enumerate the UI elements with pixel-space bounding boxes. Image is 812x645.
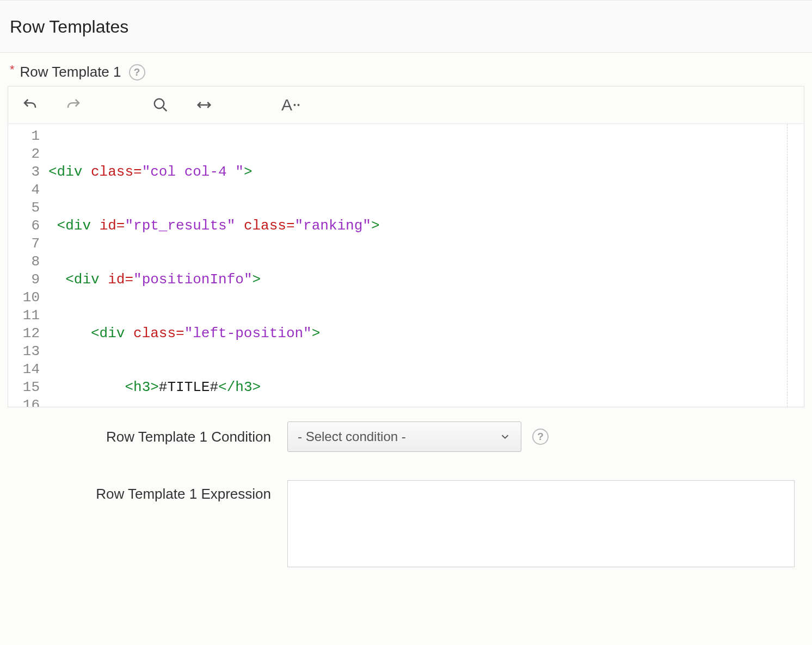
code-area[interactable]: <div class="col col-4 "> <div id="rpt_re…	[46, 124, 788, 407]
required-indicator: *	[10, 64, 15, 76]
line-number: 15	[8, 379, 40, 396]
font-settings-button[interactable]: A••	[280, 94, 302, 116]
expression-label: Row Template 1 Expression	[10, 480, 287, 503]
editor-toolbar: A••	[8, 86, 804, 124]
expression-row: Row Template 1 Expression	[0, 466, 812, 581]
code-line: <h3>#TITLE#</h3>	[48, 379, 787, 396]
line-number: 8	[8, 253, 40, 271]
code-line: <div id="positionInfo">	[48, 271, 787, 289]
condition-select[interactable]: - Select condition -	[287, 421, 521, 452]
section-title: Row Templates	[10, 17, 802, 37]
field-label-wrap: * Row Template 1 ?	[10, 64, 145, 80]
expression-textarea[interactable]	[287, 480, 795, 567]
help-icon[interactable]: ?	[532, 429, 549, 445]
line-number: 6	[8, 217, 40, 235]
line-number: 10	[8, 289, 40, 307]
line-number: 16	[8, 396, 40, 407]
field-label: Row Template 1	[20, 64, 121, 80]
redo-button[interactable]	[63, 94, 84, 116]
svg-point-0	[155, 99, 164, 109]
line-number: 11	[8, 307, 40, 325]
line-number: 9	[8, 271, 40, 289]
line-gutter: 1 2 3 4 5 6 7 8 9 10 11 12 13 14 15 16	[8, 124, 46, 407]
line-number: 7	[8, 235, 40, 253]
line-number: 1	[8, 127, 40, 145]
condition-select-value: - Select condition -	[298, 429, 406, 444]
field-row-template1: * Row Template 1 ?	[0, 53, 812, 86]
condition-label: Row Template 1 Condition	[10, 429, 287, 445]
undo-button[interactable]	[19, 94, 41, 116]
line-number: 5	[8, 199, 40, 217]
expand-horizontal-button[interactable]	[193, 94, 215, 116]
code-editor-wrap: A•• 1 2 3 4 5 6 7 8 9 10 11 12 13 14 15 …	[8, 86, 804, 407]
code-editor[interactable]: 1 2 3 4 5 6 7 8 9 10 11 12 13 14 15 16 <…	[8, 124, 804, 407]
line-number: 12	[8, 325, 40, 343]
line-number: 4	[8, 181, 40, 199]
condition-row: Row Template 1 Condition - Select condit…	[0, 407, 812, 466]
chevron-down-icon	[499, 431, 511, 443]
line-number: 3	[8, 163, 40, 181]
line-number: 2	[8, 145, 40, 163]
section-header: Row Templates	[0, 0, 812, 53]
line-number: 13	[8, 343, 40, 361]
code-line: <div class="col col-4 ">	[48, 163, 787, 181]
help-icon[interactable]: ?	[129, 64, 145, 80]
line-number: 14	[8, 361, 40, 379]
search-button[interactable]	[150, 94, 171, 116]
code-line: <div id="rpt_results" class="ranking">	[48, 217, 787, 235]
code-line: <div class="left-position">	[48, 325, 787, 343]
